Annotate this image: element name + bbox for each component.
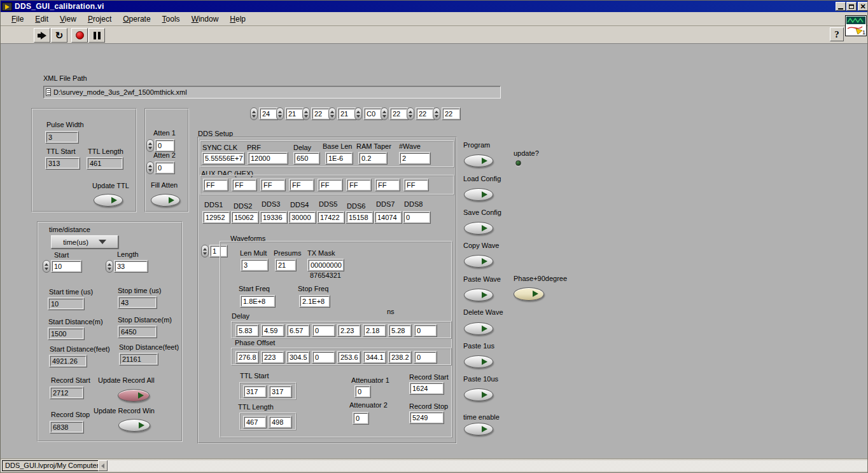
len-mult-field[interactable]: 3 xyxy=(241,259,269,271)
wave-ttl-length-1[interactable]: 498 xyxy=(269,416,292,428)
num-wave-field[interactable]: 2 xyxy=(399,152,431,165)
menu-window[interactable]: Window xyxy=(186,13,225,25)
sync-clk-field[interactable]: 5.55556E+7 xyxy=(202,152,245,165)
copy-wave-button[interactable] xyxy=(464,255,493,268)
hex1-field[interactable]: 21 xyxy=(285,107,304,120)
attenuator2-field[interactable]: 0 xyxy=(353,412,369,425)
hex4-stepper[interactable] xyxy=(354,107,362,120)
dds7-field[interactable]: 14074 xyxy=(374,211,402,224)
time-distance-mode-dropdown[interactable]: time(us) xyxy=(51,235,118,249)
hex0-stepper[interactable] xyxy=(250,107,258,120)
phase-7[interactable]: 0 xyxy=(414,351,437,364)
wave-delay-1[interactable]: 4.59 xyxy=(261,324,284,337)
hex3-stepper[interactable] xyxy=(328,107,336,120)
presums-field[interactable]: 21 xyxy=(275,259,297,271)
hex5-stepper[interactable] xyxy=(381,107,388,120)
stop-freq-field[interactable]: 2.1E+8 xyxy=(299,295,330,308)
context-help-button[interactable]: ? xyxy=(830,27,844,41)
wave-ttl-length-0[interactable]: 467 xyxy=(243,416,267,428)
atten1-field[interactable]: 0 xyxy=(155,139,175,152)
tx-mask-field[interactable]: 00000000 xyxy=(307,259,344,271)
hex5-field[interactable]: 22 xyxy=(389,107,409,120)
aux-dac-4[interactable]: FF xyxy=(318,179,343,191)
paste-wave-button[interactable] xyxy=(464,289,493,301)
aux-dac-7[interactable]: FF xyxy=(403,179,429,191)
close-button[interactable]: ✕ xyxy=(858,2,868,11)
wave-delay-6[interactable]: 5.28 xyxy=(388,324,412,337)
vi-icon[interactable]: 1 xyxy=(845,15,867,36)
dds3-field[interactable]: 19336 xyxy=(260,211,288,224)
hex7-field[interactable]: 22 xyxy=(442,107,461,120)
program-button[interactable] xyxy=(464,154,493,167)
load-config-button[interactable] xyxy=(464,188,493,201)
wave-delay-2[interactable]: 6.57 xyxy=(286,324,310,337)
run-continuous-button[interactable]: ↻ xyxy=(51,28,67,43)
menu-tools[interactable]: Tools xyxy=(157,13,186,25)
start-freq-field[interactable]: 1.8E+8 xyxy=(240,295,276,308)
dds1-field[interactable]: 12952 xyxy=(202,211,230,224)
prf-field[interactable]: 12000 xyxy=(248,152,288,165)
dds2-field[interactable]: 15062 xyxy=(231,211,259,224)
phase-1[interactable]: 223 xyxy=(261,351,284,364)
menu-edit[interactable]: Edit xyxy=(29,13,54,25)
ram-taper-field[interactable]: 0.2 xyxy=(358,152,388,165)
dds5-field[interactable]: 17422 xyxy=(317,211,345,224)
phase-2[interactable]: 304.5 xyxy=(286,351,310,364)
hex4-field[interactable]: C0 xyxy=(363,107,382,120)
wave-delay-7[interactable]: 0 xyxy=(414,324,437,337)
hex3-field[interactable]: 21 xyxy=(337,107,356,120)
menu-operate[interactable]: Operate xyxy=(117,13,156,25)
wave-record-stop-field[interactable]: 5249 xyxy=(409,411,444,424)
minimize-button[interactable] xyxy=(836,2,846,11)
wave-ttl-start-0[interactable]: 317 xyxy=(243,385,267,398)
wave-delay-5[interactable]: 2.18 xyxy=(363,324,386,337)
td-start-stepper[interactable] xyxy=(43,260,50,273)
phase90-button[interactable] xyxy=(514,287,544,301)
aux-dac-0[interactable]: FF xyxy=(203,179,228,191)
paste-1us-button[interactable] xyxy=(464,355,493,368)
phase-5[interactable]: 344.1 xyxy=(363,351,386,364)
attenuator1-field[interactable]: 0 xyxy=(354,385,371,398)
restore-button[interactable] xyxy=(846,2,857,11)
dds4-field[interactable]: 30000 xyxy=(288,211,316,224)
xml-path-control[interactable]: D:\survey_mode_3us_2wf_1500mthick.xml xyxy=(43,86,501,99)
dds6-field[interactable]: 15158 xyxy=(346,211,374,224)
update-record-all-button[interactable] xyxy=(118,389,150,402)
hex1-stepper[interactable] xyxy=(276,107,284,120)
atten2-field[interactable]: 0 xyxy=(155,161,175,174)
delete-wave-button[interactable] xyxy=(464,322,493,335)
save-config-button[interactable] xyxy=(464,222,493,235)
aux-dac-2[interactable]: FF xyxy=(260,179,286,191)
menu-file[interactable]: File xyxy=(6,13,29,25)
menu-help[interactable]: Help xyxy=(224,13,251,25)
wave-delay-4[interactable]: 2.23 xyxy=(337,324,361,337)
aux-dac-3[interactable]: FF xyxy=(289,179,314,191)
hex6-stepper[interactable] xyxy=(407,107,414,120)
scroll-left-button[interactable] xyxy=(98,460,108,471)
td-length-field[interactable]: 33 xyxy=(114,260,148,273)
fill-atten-button[interactable] xyxy=(151,194,180,207)
hex6-field[interactable]: 22 xyxy=(416,107,435,120)
aux-dac-6[interactable]: FF xyxy=(375,179,400,191)
td-start-field[interactable]: 10 xyxy=(51,260,82,273)
horizontal-scrollbar-track[interactable] xyxy=(1,460,868,471)
atten1-stepper[interactable] xyxy=(146,139,154,152)
hex2-field[interactable]: 22 xyxy=(311,107,330,120)
run-button[interactable] xyxy=(34,28,50,43)
aux-dac-1[interactable]: FF xyxy=(232,179,257,191)
atten2-stepper[interactable] xyxy=(146,161,154,174)
phase-0[interactable]: 276.8 xyxy=(235,351,259,364)
delay-field[interactable]: 650 xyxy=(293,152,320,165)
hex0-field[interactable]: 24 xyxy=(259,107,278,120)
time-enable-button[interactable] xyxy=(464,423,493,435)
pause-button[interactable] xyxy=(88,28,105,43)
wave-record-start-field[interactable]: 1624 xyxy=(409,382,444,395)
dds8-field[interactable]: 0 xyxy=(403,211,431,224)
menu-project[interactable]: Project xyxy=(82,13,117,25)
wave-delay-3[interactable]: 0 xyxy=(312,324,335,337)
update-ttl-button[interactable] xyxy=(94,194,123,207)
waveform-index-stepper[interactable] xyxy=(201,245,209,257)
aux-dac-5[interactable]: FF xyxy=(346,179,372,191)
paste-10us-button[interactable] xyxy=(464,388,493,401)
base-len-field[interactable]: 1E-6 xyxy=(325,152,353,165)
